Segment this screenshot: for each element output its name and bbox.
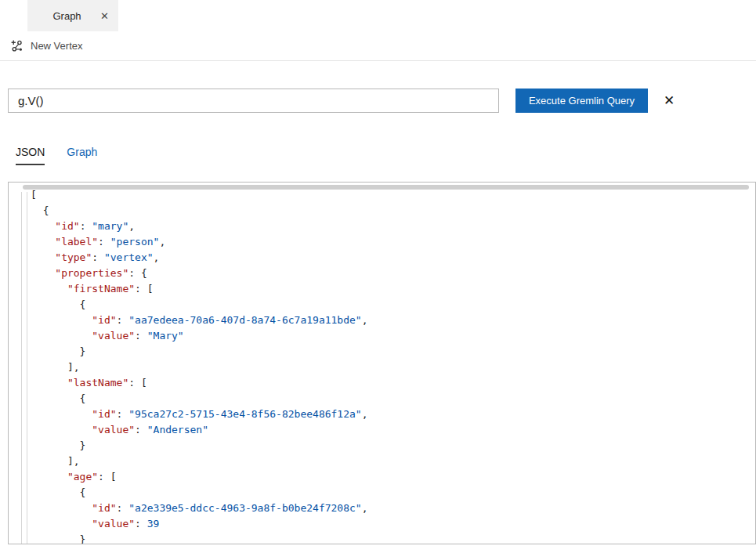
tab-strip: Graph ✕ (0, 0, 756, 31)
code-line: ], (31, 360, 755, 375)
code-line: "value": "Andersen" (31, 422, 755, 438)
new-vertex-icon (10, 39, 24, 52)
code-line: [ (31, 187, 755, 203)
code-line: { (31, 391, 755, 407)
code-line: "id": "mary", (31, 219, 755, 234)
result-tabs: JSON Graph (16, 146, 97, 165)
tab-close-icon[interactable]: ✕ (100, 10, 109, 22)
new-vertex-button[interactable]: New Vertex (10, 39, 82, 52)
tab-graph-label: Graph (37, 10, 97, 22)
code-line: } (31, 344, 755, 360)
tab-graph-result[interactable]: Graph (67, 146, 97, 165)
tab-graph-result-label: Graph (67, 146, 97, 158)
code-line: } (31, 438, 755, 454)
tab-json-label: JSON (16, 146, 45, 158)
code-line: "lastName": [ (31, 375, 755, 391)
code-line: "id": "aa7edeea-70a6-407d-8a74-6c7a19a11… (31, 313, 755, 328)
code-line: } (31, 532, 755, 544)
tab-graph[interactable]: Graph ✕ (27, 0, 118, 31)
code-line: "id": "95ca27c2-5715-43e4-8f56-82bee486f… (31, 407, 755, 422)
cancel-query-icon[interactable]: ✕ (659, 89, 679, 113)
code-line: "age": [ (31, 469, 755, 485)
tab-json[interactable]: JSON (16, 146, 45, 165)
code-line: "value": "Mary" (31, 328, 755, 344)
code-line: "type": "vertex", (31, 250, 755, 266)
gremlin-query-input[interactable] (8, 89, 499, 113)
code-line: "value": 39 (31, 516, 755, 532)
execute-gremlin-query-button[interactable]: Execute Gremlin Query (515, 89, 648, 113)
code-line: ], (31, 454, 755, 469)
json-result-panel: [ { "id": "mary", "label": "person", "ty… (8, 182, 756, 544)
code-line: "firstName": [ (31, 281, 755, 297)
code-line: { (31, 485, 755, 501)
code-line: "id": "a2e339e5-ddcc-4963-9a8f-b0be24f72… (31, 501, 755, 516)
code-line: { (31, 203, 755, 219)
code-line: "properties": { (31, 266, 755, 281)
code-line: "label": "person", (31, 234, 755, 250)
code-line: { (31, 297, 755, 313)
json-editor-content[interactable]: [ { "id": "mary", "label": "person", "ty… (9, 187, 755, 544)
new-vertex-label: New Vertex (31, 40, 82, 52)
command-bar: New Vertex (0, 31, 756, 61)
